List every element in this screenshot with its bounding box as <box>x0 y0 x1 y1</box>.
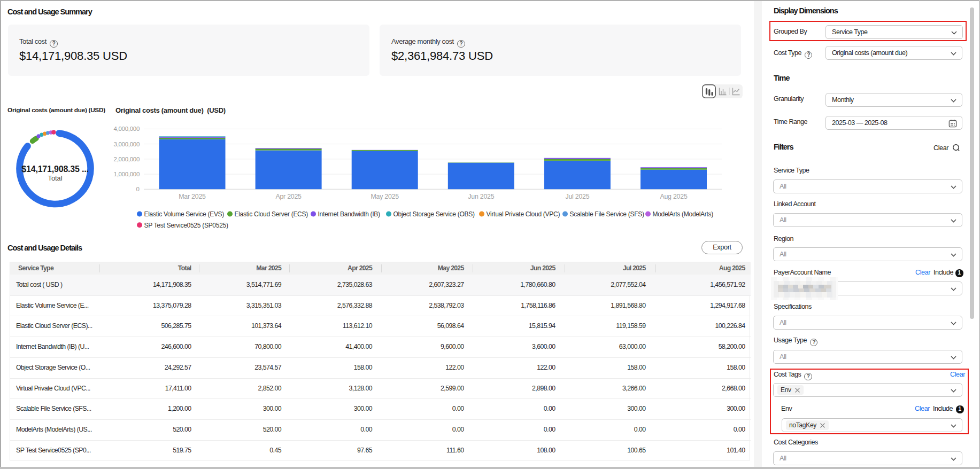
svg-text:Jul 2025: Jul 2025 <box>565 193 589 200</box>
svg-text:1,000,000: 1,000,000 <box>114 171 140 177</box>
svg-text:3,000,000: 3,000,000 <box>114 141 140 147</box>
svg-text:Original costs (amount due) (U: Original costs (amount due) (USD) <box>7 106 105 114</box>
svg-text:ModelArts (ModelArts): ModelArts (ModelArts) <box>653 210 714 218</box>
svg-text:Internet Bandwidth (IB): Internet Bandwidth (IB) <box>318 210 381 218</box>
svg-text:May 2025: May 2025 <box>371 193 399 200</box>
svg-text:Total: Total <box>48 174 62 182</box>
svg-text:Jun 2025: Jun 2025 <box>468 193 494 200</box>
svg-text:Mar 2025: Mar 2025 <box>179 193 206 200</box>
svg-text:Virtual Private Cloud (VPC): Virtual Private Cloud (VPC) <box>487 210 560 218</box>
svg-text:Original costs (amount due) (: Original costs (amount due) (USD) <box>115 106 226 114</box>
svg-text:2,000,000: 2,000,000 <box>114 156 140 162</box>
svg-text:0: 0 <box>136 186 140 192</box>
svg-text:Aug 2025: Aug 2025 <box>660 193 687 200</box>
svg-text:Elastic Volume Service (EVS): Elastic Volume Service (EVS) <box>144 210 225 218</box>
svg-text:Scalable File Service (SFS): Scalable File Service (SFS) <box>570 210 644 218</box>
svg-text:4,000,000: 4,000,000 <box>114 126 140 132</box>
svg-text:Apr 2025: Apr 2025 <box>275 193 302 200</box>
svg-text:Elastic Cloud Server (ECS): Elastic Cloud Server (ECS) <box>235 210 308 218</box>
svg-text:SP Test Service0525 (SP0525): SP Test Service0525 (SP0525) <box>144 222 228 229</box>
svg-text:$14,171,908.35 ...: $14,171,908.35 ... <box>21 165 88 174</box>
svg-text:Object Storage Service (OBS): Object Storage Service (OBS) <box>393 210 475 218</box>
